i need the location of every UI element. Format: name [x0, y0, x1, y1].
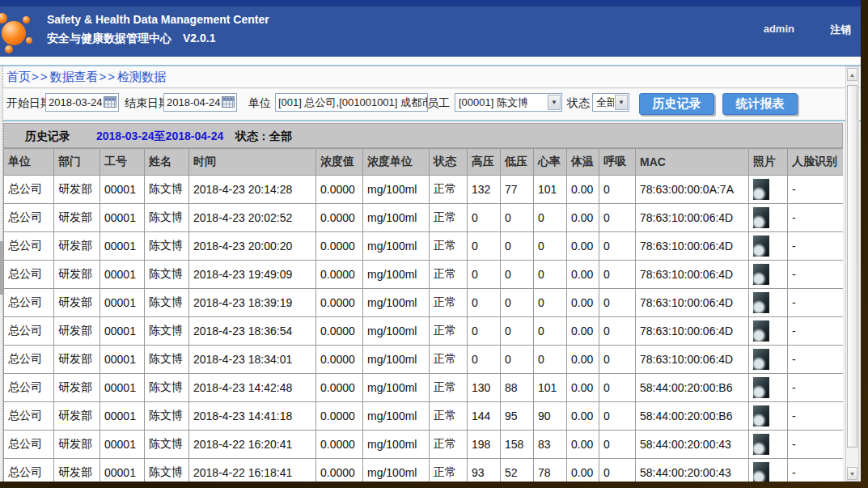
- cell-emp_no: 00001: [100, 402, 145, 431]
- cell-time: 2018-4-22 16:18:41: [189, 459, 316, 482]
- photo-thumbnail[interactable]: [753, 292, 769, 313]
- cell-temp: 0.00: [567, 317, 599, 346]
- cell-status: 正常: [430, 402, 468, 431]
- employee-select[interactable]: [00001] 陈文博 ▼: [455, 93, 562, 112]
- breadcrumb-home[interactable]: 首页: [6, 70, 31, 83]
- cell-temp: 0.00: [567, 261, 599, 289]
- cell-heart: 0: [534, 204, 567, 232]
- cell-dept: 研发部: [54, 176, 100, 204]
- app-title-zh: 安全与健康数据管理中心V2.0.1: [47, 32, 215, 46]
- cell-high: 198: [468, 431, 501, 459]
- cell-time: 2018-4-23 18:39:19: [189, 289, 316, 317]
- cell-temp: 0.00: [567, 346, 599, 374]
- cell-resp: 0: [599, 346, 636, 374]
- table-row: 总公司研发部00001陈文博2018-4-23 18:39:190.0000mg…: [4, 289, 844, 317]
- unit-input[interactable]: [001] 总公司,[001001001] 成都市双流: [275, 93, 428, 112]
- photo-thumbnail[interactable]: [753, 377, 769, 398]
- photo-thumbnail[interactable]: [753, 264, 769, 285]
- cell-face: -: [788, 176, 844, 204]
- start-date-input[interactable]: 2018-03-24: [45, 93, 119, 112]
- cell-face: -: [788, 346, 844, 374]
- photo-thumbnail[interactable]: [753, 405, 769, 426]
- cell-heart: 101: [534, 176, 567, 204]
- cell-mac: 78:63:00:00:0A:7A: [636, 176, 749, 204]
- photo-thumbnail[interactable]: [753, 179, 769, 200]
- scrollbar-thumb[interactable]: [847, 85, 857, 448]
- app-logo-icon: [0, 10, 40, 55]
- cell-status: 正常: [430, 431, 468, 459]
- calendar-icon[interactable]: [104, 96, 116, 108]
- cell-unit: 总公司: [4, 261, 54, 289]
- breadcrumb-data-view[interactable]: 数据查看: [50, 70, 99, 83]
- cell-heart: 0: [534, 232, 567, 261]
- cell-unit: 总公司: [4, 317, 54, 346]
- photo-thumbnail[interactable]: [753, 349, 769, 370]
- table-row: 总公司研发部00001陈文博2018-4-23 19:49:090.0000mg…: [4, 261, 844, 289]
- cell-face: -: [788, 374, 844, 402]
- table-row: 总公司研发部00001陈文博2018-4-23 20:14:280.0000mg…: [4, 176, 844, 204]
- header-divider: [0, 57, 861, 66]
- chevron-down-icon[interactable]: ▼: [615, 95, 628, 110]
- panel-collapse-handle[interactable]: [0, 241, 3, 295]
- photo-thumbnail[interactable]: [753, 207, 769, 228]
- cell-high: 132: [468, 176, 501, 204]
- cell-name: 陈文博: [145, 402, 189, 431]
- photo-thumbnail[interactable]: [753, 320, 769, 342]
- photo-thumbnail[interactable]: [753, 434, 769, 455]
- cell-conc: 0.0000: [316, 204, 363, 232]
- column-header-temp: 体温: [567, 149, 599, 176]
- column-header-photo: 照片: [749, 149, 788, 176]
- breadcrumb-detection-data[interactable]: 检测数据: [117, 70, 166, 83]
- cell-low: 0: [501, 289, 534, 317]
- cell-mac: 58:44:00:20:00:43: [636, 431, 749, 459]
- cell-name: 陈文博: [145, 317, 189, 346]
- photo-thumbnail[interactable]: [753, 236, 769, 257]
- cell-dept: 研发部: [54, 374, 100, 402]
- cell-high: 0: [468, 346, 501, 374]
- cell-name: 陈文博: [145, 459, 189, 482]
- column-header-face: 人脸识别: [788, 149, 844, 176]
- cell-resp: 0: [599, 459, 636, 482]
- app-window: Safety & Health Data Management Center 安…: [0, 0, 861, 482]
- cell-time: 2018-4-23 18:36:54: [189, 317, 316, 346]
- cell-time: 2018-4-23 20:02:52: [189, 204, 316, 232]
- cell-resp: 0: [599, 204, 636, 232]
- table-row: 总公司研发部00001陈文博2018-4-23 14:41:180.0000mg…: [4, 402, 844, 431]
- cell-conc_unit: mg/100ml: [363, 176, 430, 204]
- chevron-down-icon[interactable]: ▼: [548, 95, 561, 110]
- scroll-up-icon[interactable]: ▲: [847, 68, 857, 81]
- cell-dept: 研发部: [54, 204, 100, 232]
- vertical-scrollbar[interactable]: ▲ ▼: [845, 66, 859, 482]
- cell-dept: 研发部: [54, 289, 100, 317]
- logout-link[interactable]: 注销: [830, 23, 851, 37]
- cell-mac: 58:44:00:20:00:43: [636, 459, 749, 482]
- photo-thumbnail[interactable]: [753, 462, 769, 482]
- username: admin: [764, 23, 794, 35]
- end-date-value: 2018-04-24: [167, 96, 221, 108]
- report-button[interactable]: 统计报表: [722, 93, 798, 115]
- cell-emp_no: 00001: [100, 261, 145, 289]
- app-title-en: Safety & Health Data Management Center: [47, 13, 269, 26]
- cell-mac: 78:63:10:00:06:4D: [636, 289, 749, 317]
- cell-resp: 0: [599, 317, 636, 346]
- cell-name: 陈文博: [145, 431, 189, 459]
- cell-conc: 0.0000: [316, 176, 363, 204]
- cell-dept: 研发部: [54, 431, 100, 459]
- cell-dept: 研发部: [54, 402, 100, 431]
- left-panel-gutter: [0, 66, 3, 482]
- cell-resp: 0: [599, 402, 636, 431]
- calendar-icon[interactable]: [222, 96, 235, 108]
- cell-unit: 总公司: [4, 431, 54, 459]
- status-select[interactable]: 全部 ▼: [592, 93, 629, 112]
- cell-temp: 0.00: [567, 431, 599, 459]
- scroll-down-icon[interactable]: ▼: [847, 467, 857, 480]
- cell-emp_no: 00001: [100, 346, 145, 374]
- end-date-input[interactable]: 2018-04-24: [163, 93, 237, 112]
- cell-conc_unit: mg/100ml: [363, 346, 430, 374]
- cell-unit: 总公司: [4, 402, 54, 431]
- column-header-name: 姓名: [145, 149, 189, 176]
- table-row: 总公司研发部00001陈文博2018-4-23 18:36:540.0000mg…: [4, 317, 844, 346]
- history-button[interactable]: 历史记录: [639, 93, 714, 115]
- cell-conc_unit: mg/100ml: [363, 431, 430, 459]
- cell-unit: 总公司: [4, 374, 54, 402]
